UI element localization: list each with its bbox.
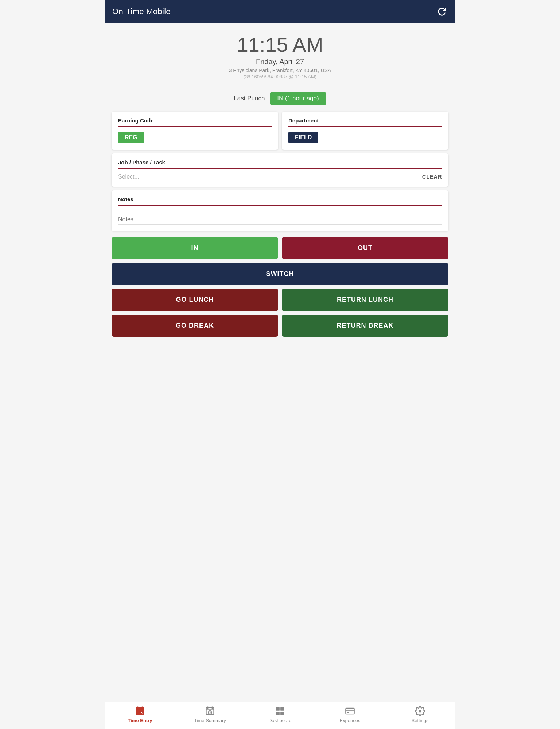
refresh-icon[interactable] [436, 6, 448, 17]
time-entry-icon [135, 706, 145, 716]
go-break-button[interactable]: GO BREAK [112, 315, 278, 337]
app-title: On-Time Mobile [112, 7, 171, 16]
notes-underline [118, 205, 442, 206]
bottom-nav: Time Entry Time Summary Dashboard [105, 702, 455, 729]
out-button[interactable]: OUT [282, 237, 448, 259]
svg-rect-17 [280, 707, 284, 711]
notes-label: Notes [118, 196, 442, 202]
job-phase-label: Job / Phase / Task [118, 159, 442, 165]
expenses-icon [345, 706, 355, 716]
svg-rect-16 [276, 707, 280, 711]
department-chip[interactable]: FIELD [288, 132, 318, 143]
nav-label-time-entry: Time Entry [128, 718, 152, 723]
department-underline [288, 126, 442, 127]
clock-coords: (38.16059/-84.90887 @ 11:15 AM) [112, 74, 448, 79]
break-row: GO BREAK RETURN BREAK [112, 315, 448, 337]
in-button[interactable]: IN [112, 237, 278, 259]
svg-rect-19 [280, 712, 284, 715]
nav-label-dashboard: Dashboard [268, 718, 292, 723]
clock-date: Friday, April 27 [112, 58, 448, 66]
clock-section: 11:15 AM Friday, April 27 3 Physicians P… [112, 23, 448, 87]
job-phase-task-card: Job / Phase / Task Select... CLEAR [112, 153, 448, 187]
dashboard-icon [275, 706, 285, 716]
clear-button[interactable]: CLEAR [422, 174, 442, 180]
department-label: Department [288, 117, 442, 124]
action-buttons: IN OUT SWITCH GO LUNCH RETURN LUNCH GO B… [112, 237, 448, 340]
earning-code-underline [118, 126, 272, 127]
svg-line-15 [210, 713, 211, 713]
svg-rect-18 [276, 712, 280, 715]
svg-rect-20 [346, 708, 354, 714]
last-punch-badge: IN (1 hour ago) [270, 92, 326, 105]
last-punch-row: Last Punch IN (1 hour ago) [112, 92, 448, 105]
earning-code-card: Earning Code REG [112, 112, 278, 150]
job-select-row: Select... CLEAR [118, 174, 442, 180]
notes-input[interactable] [118, 213, 442, 225]
app-header: On-Time Mobile [105, 0, 455, 23]
time-summary-icon [205, 706, 215, 716]
clock-location: 3 Physicians Park, Frankfort, KY 40601, … [112, 67, 448, 73]
job-select-placeholder[interactable]: Select... [118, 174, 139, 180]
job-phase-underline [118, 168, 442, 169]
nav-item-settings[interactable]: Settings [385, 706, 455, 723]
in-out-row: IN OUT [112, 237, 448, 259]
return-lunch-button[interactable]: RETURN LUNCH [282, 289, 448, 311]
nav-item-time-entry[interactable]: Time Entry [105, 706, 175, 723]
earning-code-chip[interactable]: REG [118, 132, 144, 143]
clock-time: 11:15 AM [112, 34, 448, 56]
earning-code-label: Earning Code [118, 117, 272, 124]
last-punch-label: Last Punch [234, 95, 265, 102]
svg-rect-22 [347, 712, 349, 713]
main-content: 11:15 AM Friday, April 27 3 Physicians P… [105, 23, 455, 702]
switch-button[interactable]: SWITCH [112, 263, 448, 285]
svg-point-23 [419, 710, 421, 713]
department-card: Department FIELD [282, 112, 448, 150]
nav-item-dashboard[interactable]: Dashboard [245, 706, 315, 723]
svg-line-8 [142, 713, 143, 713]
earning-department-row: Earning Code REG Department FIELD [112, 112, 448, 150]
nav-label-expenses: Expenses [339, 718, 360, 723]
settings-icon [415, 706, 425, 716]
return-break-button[interactable]: RETURN BREAK [282, 315, 448, 337]
nav-label-settings: Settings [412, 718, 429, 723]
nav-label-time-summary: Time Summary [194, 718, 226, 723]
notes-card: Notes [112, 190, 448, 231]
go-lunch-button[interactable]: GO LUNCH [112, 289, 278, 311]
nav-item-time-summary[interactable]: Time Summary [175, 706, 245, 723]
lunch-row: GO LUNCH RETURN LUNCH [112, 289, 448, 311]
nav-item-expenses[interactable]: Expenses [315, 706, 385, 723]
